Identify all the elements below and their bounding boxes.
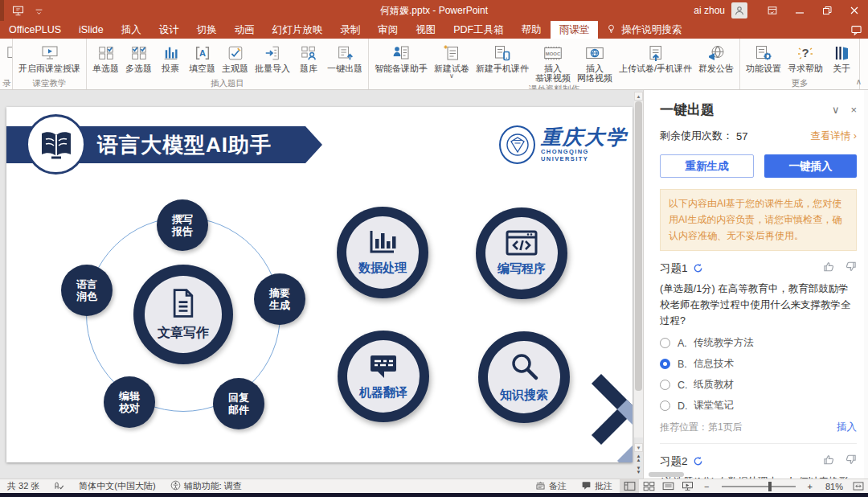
regenerate-question-icon[interactable] — [693, 456, 703, 466]
taskbar-sliver — [0, 493, 868, 497]
bar-chart-icon — [368, 229, 397, 258]
option-C[interactable]: C.纸质教材 — [660, 378, 857, 392]
option-D[interactable]: D.课堂笔记 — [660, 399, 857, 413]
tab-视图[interactable]: 视图 — [407, 21, 444, 39]
ribbon-display-options-icon[interactable] — [759, 0, 786, 21]
tab-PDF工具箱[interactable]: PDF工具箱 — [444, 21, 513, 39]
close-button[interactable] — [841, 0, 868, 21]
thumb-down-icon[interactable] — [845, 454, 857, 469]
pane-collapse-icon[interactable]: ∨ — [832, 104, 840, 116]
thumb-up-icon[interactable] — [823, 454, 835, 469]
option-B[interactable]: B.信息技术 — [660, 357, 857, 371]
ai-disclaimer: 以下内容由AI基于您的课件生成，您对使用AI生成的内容负责，请您审慎检查，确认内… — [660, 189, 857, 251]
ribbon-button-批量导入[interactable]: 批量导入 — [252, 41, 293, 73]
new-paper-icon — [441, 43, 462, 64]
tab-帮助[interactable]: 帮助 — [513, 21, 551, 39]
radio-icon[interactable] — [660, 359, 670, 369]
tab-审阅[interactable]: 审阅 — [369, 21, 407, 39]
pane-vscrollbar[interactable] — [864, 90, 868, 479]
minimize-button[interactable] — [786, 0, 813, 21]
ribbon-button-题库[interactable]: 题库 — [293, 41, 324, 73]
tab-动画[interactable]: 动画 — [226, 21, 264, 39]
radio-icon[interactable] — [660, 338, 670, 348]
customize-qat-icon[interactable] — [32, 4, 45, 17]
dropdown-caret-icon[interactable]: ∨ — [449, 73, 454, 79]
window-edge — [0, 0, 4, 21]
scroll-down-icon[interactable]: ▼ — [634, 443, 643, 452]
slideshow-icon[interactable] — [678, 479, 697, 494]
remaining-uses-label: 剩余使用次数： — [660, 129, 733, 143]
tab-设计[interactable]: 设计 — [150, 21, 188, 39]
comments-toggle[interactable]: 批注 — [574, 479, 620, 494]
pane-close-icon[interactable]: × — [850, 104, 857, 116]
fit-to-window-icon[interactable] — [849, 479, 868, 494]
tab-OfficePLUS[interactable]: OfficePLUS — [0, 21, 70, 39]
normal-view-icon[interactable] — [620, 479, 639, 494]
insert-all-button[interactable]: 一键插入 — [764, 154, 857, 178]
tell-me-search[interactable]: 操作说明搜索 — [598, 21, 690, 39]
tab-iSlide[interactable]: iSlide — [70, 21, 113, 39]
ribbon-button-寻求帮助[interactable]: ?寻求帮助 — [784, 41, 826, 73]
ribbon-button-新建手机课件[interactable]: 新建手机课件 — [473, 41, 532, 73]
ribbon-button-关于[interactable]: 关于 — [826, 41, 857, 73]
ribbon-button-多选题[interactable]: 多选题 — [122, 41, 155, 73]
thumb-down-icon[interactable] — [845, 261, 857, 276]
ribbon-button-插入网络视频[interactable]: 插入网络视频 — [574, 41, 616, 83]
ribbon-button-填空题[interactable]: A填空题 — [186, 41, 219, 73]
tab-插入[interactable]: 插入 — [113, 21, 150, 39]
satellite-circle-摘要生成: 摘要生成 — [254, 273, 305, 325]
radio-icon[interactable] — [660, 400, 670, 411]
slide-sorter-view-icon[interactable] — [639, 479, 658, 494]
editor-scrollbar[interactable]: ▲ ▼ ▲▲ ▼▼ — [634, 92, 643, 476]
ribbon-button-插入慕课视频[interactable]: MOOC插入慕课视频 — [532, 41, 574, 83]
university-name-cn: 重庆大学 — [541, 127, 633, 148]
option-A[interactable]: A.传统教学方法 — [660, 336, 857, 350]
ribbon-button-智能备课助手[interactable]: 智能备课助手 — [371, 41, 431, 73]
scroll-up-icon[interactable]: ▲ — [634, 92, 643, 101]
collapse-ribbon-icon[interactable]: ∧ — [856, 77, 862, 86]
restore-button[interactable] — [813, 0, 841, 21]
ribbon-button-功能设置[interactable]: 功能设置 — [743, 41, 784, 73]
view-details-link[interactable]: 查看详情 › — [810, 129, 857, 143]
notes-toggle[interactable]: 备注 — [528, 479, 574, 494]
tab-录制[interactable]: 录制 — [331, 21, 369, 39]
title-bar: 何婧媛.pptx - PowerPoint ai zhou — [0, 0, 868, 21]
zoom-in-icon[interactable]: + — [800, 479, 820, 494]
zoom-slider[interactable] — [722, 486, 796, 487]
pane-hscrollbar-thumb[interactable] — [649, 472, 684, 477]
ribbon-button-群发公告[interactable]: 群发公告 — [695, 41, 737, 73]
ribbon-button-单选题[interactable]: 单选题 — [89, 41, 122, 73]
feature-circle-编写程序: 编写程序 — [476, 207, 567, 299]
next-slide-icon[interactable]: ▼▼ — [634, 465, 643, 476]
reading-view-icon[interactable] — [658, 479, 678, 494]
tab-幻灯片放映[interactable]: 幻灯片放映 — [264, 21, 332, 39]
insert-question-link[interactable]: 插入 — [837, 421, 857, 434]
record-icon — [0, 43, 13, 64]
regenerate-button[interactable]: 重新生成 — [660, 154, 754, 178]
ribbon-button-上传试卷/手机课件[interactable]: 上传试卷/手机课件 — [616, 41, 695, 73]
language-indicator[interactable]: 简体中文(中国大陆) — [72, 479, 162, 494]
previous-slide-icon[interactable]: ▲▲ — [634, 453, 643, 464]
slide-canvas[interactable]: 语言大模型AI助手 重庆大学 CHONGQING UNIVERSITY 文章写作… — [6, 107, 633, 462]
ribbon-button-一键出题[interactable]: 一键出题 — [324, 41, 366, 73]
accessibility-status[interactable]: 辅助功能: 调查 — [163, 479, 249, 494]
scrollbar-thumb[interactable] — [635, 101, 642, 391]
ribbon-button-投票[interactable]: 投票 — [155, 41, 186, 73]
zoom-out-icon[interactable]: − — [697, 479, 716, 494]
presenter-icon[interactable] — [11, 4, 24, 17]
spellcheck-icon[interactable] — [47, 479, 72, 494]
zoom-slider-thumb[interactable] — [768, 482, 772, 491]
thumb-up-icon[interactable] — [823, 261, 835, 276]
ribbon-button-新建试卷[interactable]: 新建试卷∨ — [431, 41, 473, 79]
tab-雨课堂[interactable]: 雨课堂 — [551, 21, 599, 39]
feedback-comment-icon[interactable] — [844, 21, 868, 39]
avatar[interactable] — [731, 2, 747, 18]
ribbon-button-开启雨课堂授课[interactable]: 开启雨课堂授课 — [15, 41, 84, 73]
user-name[interactable]: ai zhou — [694, 5, 725, 16]
regenerate-question-icon[interactable] — [693, 263, 703, 273]
tab-切换[interactable]: 切换 — [188, 21, 226, 39]
radio-icon[interactable] — [660, 380, 670, 390]
ribbon-button-主观题[interactable]: 主观题 — [219, 41, 252, 73]
lightbulb-icon — [606, 23, 616, 36]
feature-label: 数据处理 — [358, 261, 407, 276]
